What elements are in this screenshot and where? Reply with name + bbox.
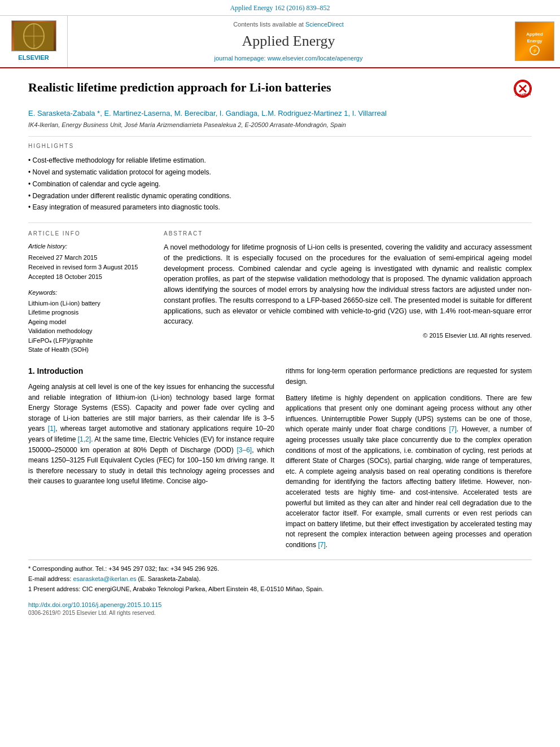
ref-36[interactable]: [3–6]: [237, 446, 252, 454]
intro-columns: 1. Introduction Ageing analysis at cell …: [28, 366, 532, 550]
intro-text-col1: Ageing analysis at cell level is one of …: [28, 382, 274, 487]
article-info-col: ARTICLE INFO Article history: Received 2…: [28, 230, 152, 355]
sciencedirect-link[interactable]: ScienceDirect: [305, 21, 344, 28]
highlight-item: Novel and systematic validation protocol…: [28, 167, 532, 178]
elsevier-wordmark: ELSEVIER: [18, 54, 49, 62]
intro-text-col2-p1: rithms for long-term operation performan…: [286, 366, 532, 387]
copyright: © 2015 Elsevier Ltd. All rights reserved…: [164, 331, 532, 340]
keyword-item: Ageing model: [28, 318, 152, 326]
email-link[interactable]: esarasketa@ikerlan.es: [73, 575, 136, 582]
highlight-item: Degradation under different realistic dy…: [28, 190, 532, 202]
keywords-section: Keywords: Lithium-ion (Li-ion) battery L…: [28, 289, 152, 355]
elsevier-logo-image: ⚕: [11, 20, 56, 51]
affiliation: IK4-Ikerlan, Energy Business Unit, José …: [28, 121, 532, 129]
info-abstract-section: ARTICLE INFO Article history: Received 2…: [28, 230, 532, 355]
footnote-1: 1 Present address: CIC energiGUNE, Araba…: [28, 585, 532, 593]
received-date-1: Received 27 March 2015: [28, 254, 152, 262]
applied-energy-logo: Applied Energy ⚡: [509, 16, 560, 67]
sciencedirect-line: Contents lists available at ScienceDirec…: [233, 20, 344, 29]
highlights-section: HIGHLIGHTS Cost-effective methodology fo…: [28, 142, 532, 213]
title-divider: [28, 136, 532, 137]
doi-section: http://dx.doi.org/10.1016/j.apenergy.201…: [28, 601, 532, 617]
journal-header-center: Contents lists available at ScienceDirec…: [68, 16, 509, 67]
body-section: 1. Introduction Ageing analysis at cell …: [28, 366, 532, 550]
journal-homepage: journal homepage: www.elsevier.com/locat…: [215, 54, 363, 63]
ref-7b[interactable]: [7]: [318, 541, 325, 549]
ref-7[interactable]: [7]: [449, 425, 456, 433]
accepted-date: Accepted 18 October 2015: [28, 273, 152, 281]
main-content: Realistic lifetime prediction approach f…: [0, 68, 560, 628]
highlights-label: HIGHLIGHTS: [28, 142, 532, 150]
citation-text: Applied Energy 162 (2016) 839–852: [230, 4, 330, 12]
highlight-item: Cost-effective methodology for reliable …: [28, 155, 532, 167]
ref-1[interactable]: [1]: [48, 425, 55, 433]
keywords-list: Lithium-ion (Li-ion) battery Lifetime pr…: [28, 299, 152, 354]
svg-text:Energy: Energy: [527, 38, 542, 43]
issn-line: 0306-2619/© 2015 Elsevier Ltd. All right…: [28, 609, 532, 617]
ref-12[interactable]: [1,2]: [78, 435, 91, 443]
highlights-list: Cost-effective methodology for reliable …: [28, 155, 532, 213]
journal-header: ⚕ ELSEVIER Contents lists available at S…: [0, 16, 560, 68]
crossmark-badge[interactable]: CrossMark: [514, 80, 532, 98]
article-title: Realistic lifetime prediction approach f…: [28, 80, 508, 96]
ae-logo-box: Applied Energy ⚡: [515, 21, 554, 61]
abstract-text: A novel methodology for lifetime prognos…: [164, 242, 532, 327]
footnote-star: * Corresponding author. Tel.: +34 945 29…: [28, 565, 532, 573]
elsevier-logo-section: ⚕ ELSEVIER: [0, 16, 68, 67]
keywords-label: Keywords:: [28, 289, 152, 297]
keyword-item: Lithium-ion (Li-ion) battery: [28, 299, 152, 308]
authors: E. Sarasketa-Zabala *, E. Martinez-Laser…: [28, 108, 532, 119]
keyword-item: Validation methodology: [28, 327, 152, 335]
svg-text:⚡: ⚡: [531, 47, 538, 54]
journal-title: Applied Energy: [242, 31, 335, 51]
received-date-2: Received in revised form 3 August 2015: [28, 263, 152, 272]
intro-col-right: rithms for long-term operation performan…: [286, 366, 532, 550]
svg-text:Applied: Applied: [526, 32, 542, 37]
article-history: Article history: Received 27 March 2015 …: [28, 242, 152, 282]
article-info-label: ARTICLE INFO: [28, 230, 152, 238]
svg-text:CrossMark: CrossMark: [515, 93, 531, 96]
highlight-item: Easy integration of measured parameters …: [28, 202, 532, 213]
keyword-item: State of Health (SOH): [28, 346, 152, 354]
highlights-divider: [28, 222, 532, 223]
keyword-item: Lifetime prognosis: [28, 308, 152, 317]
history-label: Article history:: [28, 242, 152, 251]
abstract-label: ABSTRACT: [164, 230, 532, 238]
keyword-item: LiFePO₄ (LFP)/graphite: [28, 337, 152, 345]
abstract-col: ABSTRACT A novel methodology for lifetim…: [164, 230, 532, 355]
intro-heading: 1. Introduction: [28, 366, 274, 377]
highlight-item: Combination of calendar and cycle ageing…: [28, 178, 532, 190]
intro-col-left: 1. Introduction Ageing analysis at cell …: [28, 366, 274, 550]
doi-link[interactable]: http://dx.doi.org/10.1016/j.apenergy.201…: [28, 601, 532, 609]
footnote-email: E-mail address: esarasketa@ikerlan.es (E…: [28, 575, 532, 583]
footnotes-section: * Corresponding author. Tel.: +34 945 29…: [28, 560, 532, 594]
intro-text-col2-p2: Battery lifetime is highly dependent on …: [286, 393, 532, 551]
journal-citation: Applied Energy 162 (2016) 839–852: [0, 0, 560, 16]
